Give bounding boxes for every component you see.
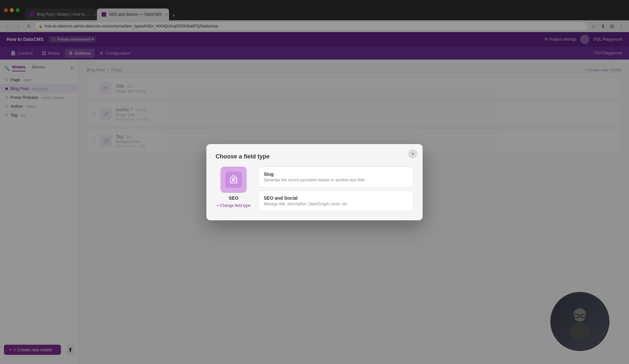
slug-option-title: Slug	[264, 172, 408, 177]
seo-social-option[interactable]: SEO and Social Manage title, description…	[258, 191, 413, 211]
field-type-options: Slug Generate the record permalink based…	[258, 167, 413, 211]
slug-option-desc: Generate the record permalink based on a…	[264, 178, 408, 182]
seo-type-label: SEO	[229, 195, 238, 201]
svg-rect-2	[231, 181, 236, 181]
slug-option[interactable]: Slug Generate the record permalink based…	[258, 167, 413, 187]
seo-social-option-desc: Manage title, description, OpenGraph car…	[264, 202, 408, 206]
seo-field-type-icon	[220, 167, 247, 193]
modal-title: Choose a field type	[216, 153, 413, 160]
choose-field-type-modal: × Choose a field type SEO	[206, 144, 423, 220]
seo-social-option-title: SEO and Social	[264, 195, 408, 201]
modal-header-row: SEO « Change field type Slug Generate th…	[216, 167, 413, 211]
selected-field-type: SEO « Change field type	[216, 167, 252, 211]
modal-overlay[interactable]: × Choose a field type SEO	[0, 0, 629, 364]
modal-close-button[interactable]: ×	[408, 149, 417, 158]
modal-inner: Choose a field type SEO « Chang	[216, 153, 413, 211]
change-field-type-link[interactable]: « Change field type	[217, 203, 250, 208]
